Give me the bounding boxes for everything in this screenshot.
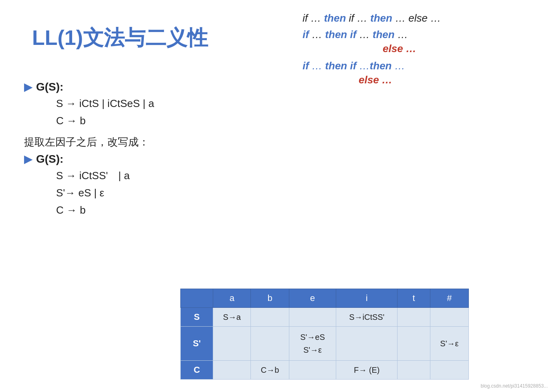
if-then-else-line3-cont: else … <box>383 42 527 55</box>
cell-S-a: S→a <box>213 308 251 327</box>
col-header-b: b <box>251 289 289 308</box>
row-label-C: C <box>181 361 213 380</box>
gs2-header: ▶ G(S): <box>24 152 272 166</box>
left-content: ▶ G(S): S → iCtS | iCtSeS | a C → b 提取左因… <box>24 80 272 220</box>
cell-Sprime-a <box>213 327 251 361</box>
cell-Sprime-b <box>251 327 289 361</box>
if-then-else-line1: if … then if … then … else … <box>303 12 527 24</box>
right-panel: if … then if … then … else … if … then i… <box>303 12 527 86</box>
parse-table: a b e i t # S S→a S→iCtSS' <box>180 289 469 380</box>
rule3: S → iCtSS' | a <box>56 168 272 184</box>
cell-Sprime-hash: S'→ε <box>430 327 468 361</box>
cell-Sprime-i <box>336 327 398 361</box>
col-header-hash: # <box>430 289 468 308</box>
if-then-else-line4: if … then if …then … <box>303 60 527 72</box>
table-header-row: a b e i t # <box>181 289 469 308</box>
cell-C-t <box>398 361 430 380</box>
cell-Sprime-e: S'→eSS'→ε <box>289 327 336 361</box>
gs2-label: G(S): <box>36 153 63 166</box>
table-row-C: C C→b F→ (E) <box>181 361 469 380</box>
cell-S-hash <box>430 308 468 327</box>
rule5: C → b <box>56 202 272 218</box>
arrow-icon-1: ▶ <box>24 80 33 93</box>
cell-S-b <box>251 308 289 327</box>
slide: LL(1)文法与二义性 if … then if … then … else …… <box>0 0 551 392</box>
cell-C-a <box>213 361 251 380</box>
ll1-table: a b e i t # S S→a S→iCtSS' <box>180 289 469 380</box>
cell-S-i: S→iCtSS' <box>336 308 398 327</box>
col-header-t: t <box>398 289 430 308</box>
row-label-Sprime: S' <box>181 327 213 361</box>
rule4: S'→ eS | ε <box>56 185 272 201</box>
col-header-e: e <box>289 289 336 308</box>
rule1: S → iCtS | iCtSeS | a <box>56 96 272 111</box>
if-then-else-line2: if … then if … then … <box>303 28 527 41</box>
cell-C-hash <box>430 361 468 380</box>
page-title: LL(1)文法与二义性 <box>32 24 208 52</box>
table-row-S: S S→a S→iCtSS' <box>181 308 469 327</box>
watermark: blog.csdn.net/pi31415928853... <box>481 383 548 389</box>
gs1-header: ▶ G(S): <box>24 80 272 93</box>
gs1-label: G(S): <box>36 81 63 93</box>
col-header-a: a <box>213 289 251 308</box>
cell-C-b: C→b <box>251 361 289 380</box>
col-header-empty <box>181 289 213 308</box>
row-label-S: S <box>181 308 213 327</box>
cell-C-e <box>289 361 336 380</box>
table-row-Sprime: S' S'→eSS'→ε S'→ε <box>181 327 469 361</box>
cell-S-e <box>289 308 336 327</box>
if-then-else-line5-cont: else … <box>359 74 527 86</box>
cell-S-t <box>398 308 430 327</box>
transform-text: 提取左因子之后，改写成： <box>24 135 272 149</box>
rule2: C → b <box>56 113 272 129</box>
col-header-i: i <box>336 289 398 308</box>
cell-Sprime-t <box>398 327 430 361</box>
cell-C-i: F→ (E) <box>336 361 398 380</box>
arrow-icon-2: ▶ <box>24 152 33 166</box>
